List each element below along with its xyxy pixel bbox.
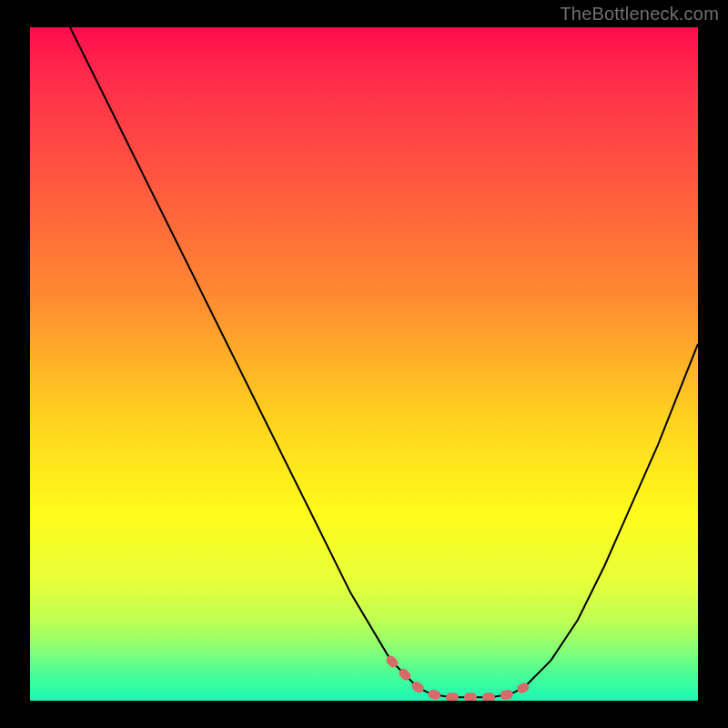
attribution-text: TheBottleneck.com xyxy=(560,4,719,25)
bottleneck-curve-path xyxy=(70,27,698,697)
bottleneck-curve-svg xyxy=(30,27,698,701)
chart-frame: TheBottleneck.com xyxy=(0,0,728,728)
plot-area xyxy=(30,27,698,701)
highlight-segment-path xyxy=(390,661,524,698)
